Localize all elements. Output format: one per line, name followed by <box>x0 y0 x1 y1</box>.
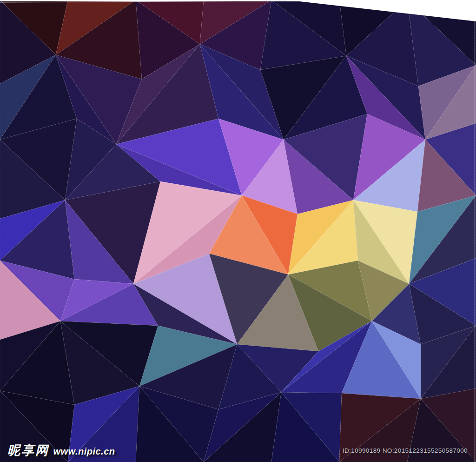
lowpoly-artwork <box>0 0 476 462</box>
stock-image-preview: 昵享网 www.nipic.cn ID:10990189 NO:20151223… <box>0 0 476 462</box>
watermark-site-name: 昵享网 <box>7 443 49 457</box>
watermark-site: 昵享网 www.nipic.cn <box>7 442 115 461</box>
watermark-site-url: www.nipic.cn <box>53 446 115 456</box>
watermark-id: ID:10990189 NO:20151223155250587000 <box>343 447 468 454</box>
